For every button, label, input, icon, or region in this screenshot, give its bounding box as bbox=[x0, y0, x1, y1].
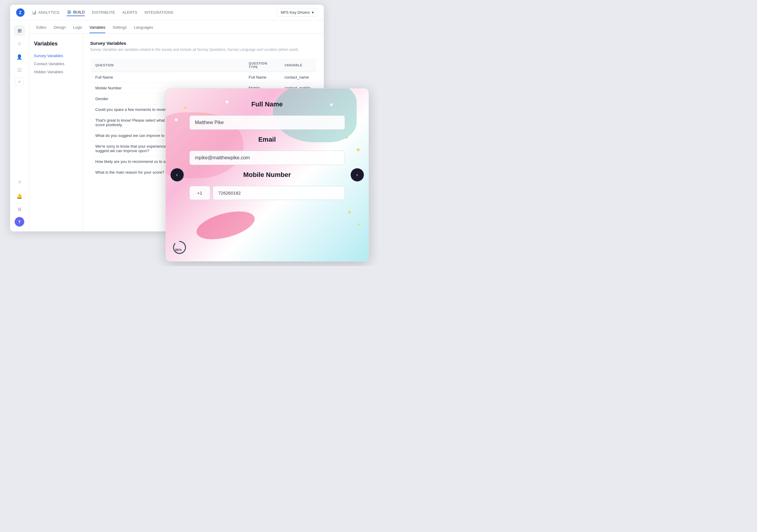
analytics-icon: 📊 bbox=[32, 10, 37, 14]
nav-build[interactable]: ⚙️ BUILD bbox=[67, 9, 85, 16]
cell-question: Full Name bbox=[90, 72, 244, 83]
sidebar: ⊞ ☺ 👤 ☑ + ? 🔔 ⚙ T bbox=[10, 20, 29, 231]
cell-type: Full Name bbox=[244, 72, 280, 83]
field-label-fullname: Full Name bbox=[251, 100, 283, 108]
menu-hidden-variables[interactable]: Hidden Variables bbox=[34, 68, 78, 76]
preview-prev-button[interactable]: ‹ bbox=[170, 168, 184, 182]
menu-contact-variables[interactable]: Contact Variables bbox=[34, 60, 78, 68]
tab-languages[interactable]: Languages bbox=[134, 22, 153, 33]
app-logo[interactable]: Z bbox=[16, 8, 24, 17]
field-label-mobile: Mobile Number bbox=[243, 171, 291, 179]
tab-editor[interactable]: Editor bbox=[37, 22, 47, 33]
left-panel: Variables Survey Variables Contact Varia… bbox=[29, 34, 83, 231]
nav-alerts[interactable]: ALERTS bbox=[122, 9, 137, 16]
menu-survey-variables[interactable]: Survey Variables bbox=[34, 52, 78, 60]
svg-point-1 bbox=[173, 241, 186, 253]
sidebar-icon-settings[interactable]: ⚙ bbox=[14, 204, 25, 214]
nav-right: NPS Key Drivers ▾ bbox=[277, 8, 318, 17]
nav-items: 📊 ANALYTICS ⚙️ BUILD DISTRIBUTE ALERTS I… bbox=[32, 9, 270, 16]
col-variable: VARIABLE bbox=[280, 59, 316, 72]
sidebar-icon-help[interactable]: ? bbox=[14, 178, 25, 188]
user-avatar[interactable]: T bbox=[15, 217, 24, 227]
sub-nav: Editor Design Logic Variables Settings L… bbox=[29, 20, 324, 34]
sidebar-icon-face[interactable]: ☺ bbox=[14, 38, 25, 49]
sidebar-icon-person[interactable]: 👤 bbox=[14, 51, 25, 62]
survey-selector[interactable]: NPS Key Drivers ▾ bbox=[277, 8, 318, 17]
preview-content: Full Name Email Mobile Number +1 bbox=[166, 89, 369, 212]
phone-number-input[interactable] bbox=[213, 186, 345, 200]
chevron-down-icon: ▾ bbox=[312, 10, 314, 14]
tab-design[interactable]: Design bbox=[53, 22, 66, 33]
preview-next-button[interactable]: › bbox=[351, 168, 364, 182]
tab-logic[interactable]: Logic bbox=[73, 22, 82, 33]
nav-distribute[interactable]: DISTRIBUTE bbox=[92, 9, 115, 16]
sidebar-bottom: ? 🔔 ⚙ T bbox=[14, 178, 25, 227]
tab-variables[interactable]: Variables bbox=[89, 22, 105, 33]
email-input[interactable] bbox=[189, 151, 345, 165]
sidebar-icon-check[interactable]: ☑ bbox=[14, 65, 25, 75]
sidebar-icon-grid[interactable]: ⊞ bbox=[14, 25, 25, 36]
progress-circle bbox=[172, 240, 187, 255]
cell-variable: contact_name bbox=[280, 72, 316, 83]
preview-window: ‹ › Full Name Email Mobile Number +1 86% bbox=[166, 88, 369, 262]
build-icon: ⚙️ bbox=[67, 10, 72, 14]
phone-input-row: +1 bbox=[189, 186, 345, 200]
section-description: Survey Variables are variables related t… bbox=[90, 47, 317, 52]
sidebar-icon-bell[interactable]: 🔔 bbox=[14, 191, 25, 202]
col-question-type: QUESTION TYPE bbox=[244, 59, 280, 72]
col-question: QUESTION bbox=[90, 59, 244, 72]
field-label-email: Email bbox=[258, 136, 276, 144]
tab-settings[interactable]: Settings bbox=[112, 22, 127, 33]
table-row: Full Name Full Name contact_name bbox=[90, 72, 316, 83]
progress-label: 86% bbox=[175, 248, 182, 252]
top-nav: Z 📊 ANALYTICS ⚙️ BUILD DISTRIBUTE ALERTS bbox=[10, 5, 324, 20]
sidebar-add-button[interactable]: + bbox=[15, 78, 24, 86]
section-title: Survey Variables bbox=[90, 41, 317, 46]
nav-analytics[interactable]: 📊 ANALYTICS bbox=[32, 9, 60, 16]
phone-country-code[interactable]: +1 bbox=[189, 186, 210, 200]
panel-title: Variables bbox=[34, 41, 78, 47]
nav-integrations[interactable]: INTEGRATIONS bbox=[144, 9, 173, 16]
fullname-input[interactable] bbox=[189, 115, 345, 130]
